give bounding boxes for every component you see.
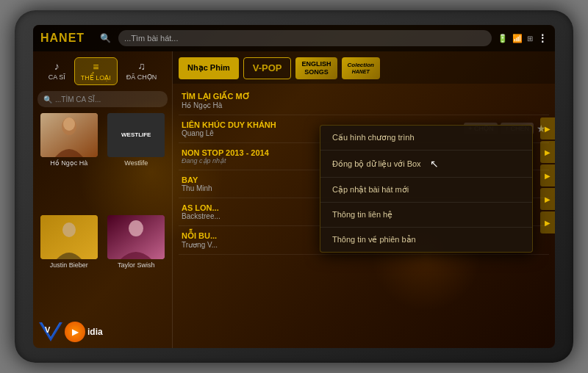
edge-nav-btn-1[interactable]: ▶ (540, 117, 555, 140)
main-search-box[interactable]: ...Tìm bài hát... (118, 30, 492, 46)
artist-search-box[interactable]: 🔍 ...TÌM CA SĨ... (37, 91, 168, 107)
da-chon-icon: ♫ (137, 60, 146, 72)
search-placeholder: ...Tìm bài hát... (124, 34, 178, 43)
category-tabs: ♪ CA SĨ ≡ THỂ LOẠI ♫ ĐÃ CHỌN (37, 57, 168, 85)
genre-tab-vpop[interactable]: V-POP (243, 57, 292, 79)
dropdown-item-sync[interactable]: Đồng bộ dữ liệu với Box ↖ (320, 151, 532, 178)
artist-card-justin[interactable]: Justin Bieber (37, 215, 101, 313)
svg-marker-10 (40, 322, 61, 338)
svg-point-8 (129, 220, 143, 236)
artist-card-westlife[interactable]: WESTLIFE Westlife (105, 113, 168, 211)
tab-ca-si-label: CA SĨ (49, 73, 65, 81)
tab-da-chon[interactable]: ♫ ĐÃ CHỌN (121, 57, 163, 85)
artist-card-taylor[interactable]: Taylor Swish (105, 215, 168, 313)
artist-img-westlife: WESTLIFE (107, 113, 165, 157)
artist-search-icon: 🔍 (43, 95, 52, 104)
artist-img-taylor (107, 215, 165, 259)
tab-the-loai-label: THỂ LOẠI (81, 74, 111, 82)
more-options-icon[interactable]: ⋮ (537, 32, 548, 44)
tab-da-chon-label: ĐÃ CHỌN (126, 73, 157, 81)
wifi-icon: 📶 (512, 34, 523, 43)
play-icon: ▶ (65, 322, 85, 342)
edge-nav-btn-3[interactable]: ▶ (540, 164, 555, 186)
artist-name-justin: Justin Bieber (50, 261, 88, 269)
song-artist-1: Hồ Ngọc Hà (182, 101, 546, 109)
song-title-1: TÌM LẠI GIẤC MƠ (182, 92, 546, 101)
genre-tab-nhac-phim[interactable]: Nhạc Phim (179, 57, 239, 79)
right-edge-nav: ▶ ▶ ▶ ▶ ▶ (540, 117, 555, 233)
dropdown-item-update-label: Cập nhật bài hát mới (332, 185, 409, 195)
dropdown-menu[interactable]: Cấu hình chương trình Đồng bộ dữ liệu vớ… (320, 125, 533, 253)
left-panel: ♪ CA SĨ ≡ THỂ LOẠI ♫ ĐÃ CHỌN 🔍 ...TÌ (33, 51, 173, 348)
signal-icon: ⊞ (527, 35, 533, 43)
artist-img-justin (40, 215, 98, 259)
artist-card-ho-ngoc-ha[interactable]: Hồ Ngọc Hà (37, 113, 101, 211)
artist-name-ho-ngoc-ha: Hồ Ngọc Hà (50, 159, 87, 167)
app-logo: HANET (40, 32, 85, 45)
song-item-1[interactable]: TÌM LẠI GIẤC MƠ Hồ Ngọc Hà (179, 87, 549, 115)
dropdown-item-version-label: Thông tin về phiên bản (332, 235, 416, 245)
edge-nav-btn-2[interactable]: ▶ (540, 141, 555, 163)
vidia-logo: V ▶ idia (37, 319, 168, 342)
svg-text:V: V (45, 325, 51, 334)
artist-name-westlife: Westlife (124, 159, 148, 167)
dropdown-item-config[interactable]: Cấu hình chương trình (320, 126, 532, 151)
main-content: ♪ CA SĨ ≡ THỂ LOẠI ♫ ĐÃ CHỌN 🔍 ...TÌ (33, 51, 555, 348)
screen: HANET 🔍 ...Tìm bài hát... 🔋 📶 ⊞ ⋮ ♪ (33, 25, 555, 348)
top-icons: 🔋 📶 ⊞ ⋮ (498, 32, 548, 44)
device-frame: HANET 🔍 ...Tìm bài hát... 🔋 📶 ⊞ ⋮ ♪ (15, 10, 573, 363)
dropdown-item-config-label: Cấu hình chương trình (332, 133, 415, 142)
cursor-pointer-icon: ↖ (430, 158, 439, 170)
dropdown-item-version[interactable]: Thông tin về phiên bản (320, 228, 532, 252)
artist-grid: Hồ Ngọc Hà WESTLIFE W (37, 113, 168, 313)
svg-point-2 (63, 117, 75, 131)
dropdown-item-contact-label: Thông tin liên hệ (332, 210, 392, 220)
tab-ca-si[interactable]: ♪ CA SĨ (43, 57, 71, 85)
top-bar: HANET 🔍 ...Tìm bài hát... 🔋 📶 ⊞ ⋮ (33, 25, 555, 51)
tab-the-loai[interactable]: ≡ THỂ LOẠI (74, 57, 118, 85)
genre-tabs: Nhạc Phim V-POP ENGLISHSONGS ColectionHA… (173, 51, 555, 84)
genre-tab-collection[interactable]: ColectionHANET (342, 57, 380, 79)
search-icon[interactable]: 🔍 (98, 31, 112, 46)
edge-nav-btn-4[interactable]: ▶ (540, 188, 555, 210)
genre-tab-english[interactable]: ENGLISHSONGS (295, 57, 337, 79)
artist-img-ho-ngoc-ha (40, 113, 98, 157)
the-loai-icon: ≡ (93, 61, 98, 73)
svg-point-6 (62, 222, 76, 237)
battery-icon: 🔋 (498, 34, 508, 43)
dropdown-item-sync-label: Đồng bộ dữ liệu với Box (332, 159, 421, 169)
ca-si-icon: ♪ (54, 60, 60, 72)
dropdown-item-update[interactable]: Cập nhật bài hát mới (320, 178, 532, 203)
artist-name-taylor: Taylor Swish (118, 261, 155, 269)
vidia-brand: idia (87, 327, 103, 337)
artist-search-placeholder: ...TÌM CA SĨ... (55, 95, 101, 104)
edge-nav-btn-5[interactable]: ▶ (540, 211, 555, 233)
right-panel: Nhạc Phim V-POP ENGLISHSONGS ColectionHA… (173, 51, 555, 348)
dropdown-item-contact[interactable]: Thông tin liên hệ (320, 203, 532, 228)
